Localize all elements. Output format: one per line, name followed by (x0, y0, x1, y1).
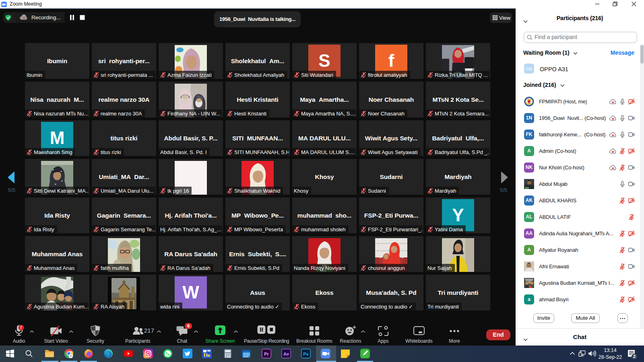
svg-text:Ae: Ae (283, 352, 289, 356)
svg-text:Pr: Pr (264, 352, 269, 356)
svg-text:2: 2 (633, 354, 636, 359)
svg-text:Ps: Ps (303, 352, 308, 356)
svg-text:!: ! (21, 325, 22, 330)
